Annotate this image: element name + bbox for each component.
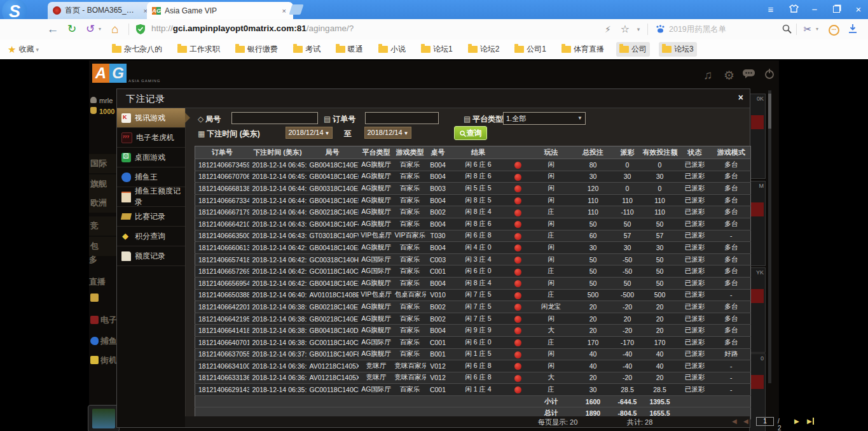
skin-icon[interactable] xyxy=(786,3,801,17)
modal-menu-item[interactable]: 桌面游戏 xyxy=(117,148,185,167)
paw-icon[interactable] xyxy=(654,19,666,39)
replay-icon[interactable] xyxy=(514,233,521,240)
scissors-dropdown-icon[interactable]: ▾ xyxy=(814,19,820,39)
order-input[interactable] xyxy=(365,112,439,124)
replay-icon[interactable] xyxy=(514,304,521,311)
browser-tab-boma365[interactable]: 首页 - BOMA365_全球 × xyxy=(48,2,155,19)
last-page-button[interactable]: ▶ xyxy=(807,418,814,425)
replay-icon[interactable] xyxy=(514,209,521,216)
tab-close-icon[interactable]: × xyxy=(280,7,288,15)
replay-icon[interactable] xyxy=(514,339,521,346)
date-to-picker[interactable]: 2018/12/14 xyxy=(364,127,411,139)
table-row: 181214066606137 2018-12-14 06:42:50 GB00… xyxy=(195,242,751,254)
refresh-button[interactable]: ↻ xyxy=(64,19,80,39)
replay-icon[interactable] xyxy=(514,257,521,264)
bookmarks-dropdown-icon[interactable]: ▾ xyxy=(36,46,39,53)
replay-icon[interactable] xyxy=(514,327,521,334)
home-button[interactable]: ⌂ xyxy=(107,19,123,39)
undo-dropdown-icon[interactable]: ▾ xyxy=(97,19,103,39)
download-icon[interactable] xyxy=(846,19,860,39)
replay-icon[interactable] xyxy=(514,351,521,358)
page-number-input[interactable]: 1 xyxy=(756,417,774,426)
do-not-disturb-icon[interactable]: ⋯ xyxy=(829,25,839,36)
replay-icon[interactable] xyxy=(514,386,521,393)
modal-menu-item[interactable]: 视讯游戏 xyxy=(117,108,185,128)
back-button[interactable]: ← xyxy=(45,19,61,39)
table-row: 181214066642100 2018-12-14 06:43:42 GB00… xyxy=(195,218,751,230)
folder-icon xyxy=(662,46,672,53)
favorite-star-icon[interactable]: ☆ xyxy=(618,19,632,39)
power-icon[interactable] xyxy=(764,68,775,82)
modal-menu-item[interactable]: 比赛记录 xyxy=(117,207,185,227)
shield-icon[interactable] xyxy=(134,19,148,39)
bookmark-folder[interactable]: 公司 xyxy=(616,42,650,57)
new-tab-button[interactable] xyxy=(289,4,303,15)
modal-menu-item[interactable]: 捕鱼王额度记录 xyxy=(117,187,185,207)
bookmark-folder[interactable]: 小说 xyxy=(375,42,409,57)
bookmark-folder[interactable]: 论坛1 xyxy=(418,42,456,57)
modal-side-menu: 视讯游戏 电子老虎机 桌面游戏 捕鱼王 捕鱼王额度记录 比赛记录 积分查询 额度… xyxy=(117,108,186,427)
bookmark-folder[interactable]: 银行缴费 xyxy=(232,42,281,57)
modal-menu-item[interactable]: 额度记录 xyxy=(117,246,185,266)
replay-icon[interactable] xyxy=(514,185,521,192)
replay-icon[interactable] xyxy=(514,174,521,181)
modal-menu-item[interactable]: 电子老虎机 xyxy=(117,128,185,148)
close-window-button[interactable]: × xyxy=(851,3,866,17)
replay-icon[interactable] xyxy=(514,292,521,299)
undo-button[interactable]: ↺ xyxy=(83,19,97,39)
bookmark-folder[interactable]: 工作求职 xyxy=(174,42,223,57)
next-page-button[interactable]: ▶ xyxy=(794,418,799,425)
modal-menu-item[interactable]: 积分查询 xyxy=(117,227,185,246)
music-icon[interactable]: ♫ xyxy=(703,68,712,82)
lobby-table-card: M xyxy=(749,181,766,266)
maximize-button[interactable] xyxy=(829,3,844,17)
browser-menu-icon[interactable]: ≡ xyxy=(763,3,778,17)
slot-icon xyxy=(121,132,132,143)
gear-icon[interactable]: ⚙ xyxy=(724,68,734,83)
modal-menu-item[interactable]: 捕鱼王 xyxy=(117,167,185,187)
replay-icon[interactable] xyxy=(514,162,521,169)
minimize-button[interactable]: − xyxy=(807,3,822,17)
replay-icon[interactable] xyxy=(514,197,521,204)
search-icon[interactable] xyxy=(780,19,794,39)
bookmark-folder[interactable]: 论坛2 xyxy=(465,42,503,57)
chat-icon[interactable] xyxy=(743,68,755,82)
browser-tab-asia-game-vip[interactable]: AG Asia Game VIP × xyxy=(147,2,293,19)
bookmarks-star-icon[interactable]: ★ xyxy=(8,44,16,55)
page-scrollbar[interactable] xyxy=(768,90,771,383)
bookmark-folder[interactable]: 考试 xyxy=(290,42,324,57)
bookmark-folder[interactable]: 暖通 xyxy=(333,42,366,57)
search-suggestion[interactable]: 2019用药黑名单 xyxy=(669,24,777,35)
slot-icon xyxy=(90,316,99,324)
replay-icon[interactable] xyxy=(514,280,521,287)
folder-icon xyxy=(112,46,121,53)
replay-icon[interactable] xyxy=(514,363,521,370)
replay-icon[interactable] xyxy=(514,244,521,251)
column-header: 订单号 xyxy=(195,146,249,159)
first-page-button[interactable]: ◀ xyxy=(732,418,737,425)
prev-page-button[interactable]: ◀ xyxy=(743,418,748,425)
bookmark-folder[interactable]: 公司1 xyxy=(511,42,549,57)
replay-icon[interactable] xyxy=(514,375,521,382)
bookmark-folder[interactable]: 杂七杂八的 xyxy=(109,42,165,57)
bookmarks-label[interactable]: 收藏 xyxy=(18,44,34,55)
lightning-icon[interactable]: ⚡ xyxy=(602,19,614,39)
trophy-icon xyxy=(90,293,99,302)
money-bag-icon xyxy=(90,107,97,114)
date-from-picker[interactable]: 2018/12/14 xyxy=(286,127,333,139)
round-input[interactable] xyxy=(231,112,318,124)
close-icon[interactable]: × xyxy=(738,92,743,102)
scissors-icon[interactable]: ✂ xyxy=(801,19,814,39)
query-button[interactable]: 查询 xyxy=(454,126,487,140)
total-count-label: 共计: 28 xyxy=(627,418,652,427)
bet-records-modal: 下注记录 × 视讯游戏 电子老虎机 桌面游戏 捕鱼王 捕鱼王额度记录 比赛记录 … xyxy=(116,88,750,428)
replay-icon[interactable] xyxy=(514,316,521,323)
replay-icon[interactable] xyxy=(514,269,521,276)
address-bar[interactable]: http://gci.ampinplayopt0matrix.com:81/ag… xyxy=(151,24,354,33)
bookmark-folder[interactable]: 体育直播 xyxy=(558,42,607,57)
star-dropdown-icon[interactable]: ▾ xyxy=(635,19,642,39)
replay-icon[interactable] xyxy=(514,221,521,228)
bookmark-folder[interactable]: 论坛3 xyxy=(659,42,697,57)
scrollbar-thumb[interactable] xyxy=(768,94,771,129)
platform-select[interactable]: 1.全部 xyxy=(503,112,586,125)
